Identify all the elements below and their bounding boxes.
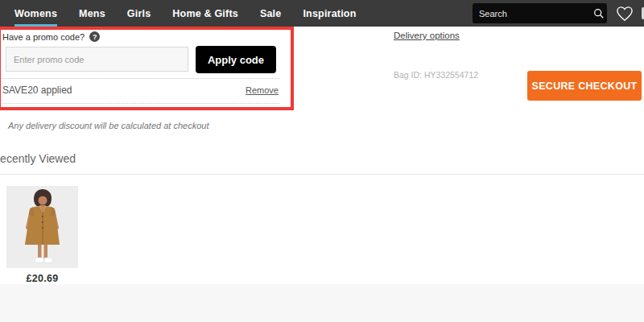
recently-viewed-title: Recently Viewed	[0, 152, 76, 165]
secure-checkout-button[interactable]: SECURE CHECKOUT	[527, 71, 642, 101]
applied-promo-label: SAVE20 applied	[2, 85, 72, 96]
nav-item-inspiration[interactable]: Inspiration	[303, 0, 356, 27]
nav-item-girls[interactable]: Girls	[127, 0, 151, 27]
search-icon[interactable]	[593, 8, 605, 19]
bag-id-label: Bag ID: HY332554712	[394, 70, 478, 80]
product-image-camel-dress[interactable]	[6, 186, 78, 268]
wishlist-heart-icon[interactable]	[616, 6, 634, 22]
search-box[interactable]	[473, 3, 607, 23]
delivery-options-link[interactable]: Delivery options	[394, 31, 460, 40]
section-divider	[0, 174, 644, 175]
dotted-divider	[2, 78, 279, 79]
promo-code-input[interactable]	[6, 47, 188, 72]
nav-item-home-gifts[interactable]: Home & Gifts	[172, 0, 238, 27]
remove-promo-link[interactable]: Remove	[246, 85, 279, 95]
bag-page: Womens Mens Girls Home & Gifts Sale Insp…	[0, 0, 644, 322]
recently-viewed-product[interactable]: £20.69	[6, 186, 78, 284]
product-price: £20.69	[6, 273, 78, 284]
promo-section-title: Have a promo code? ?	[2, 31, 100, 42]
promo-help-icon[interactable]: ?	[89, 31, 100, 42]
nav-item-womens[interactable]: Womens	[14, 0, 57, 27]
nav-menu: Womens Mens Girls Home & Gifts Sale Insp…	[14, 0, 357, 27]
promo-title-label: Have a promo code?	[2, 32, 85, 42]
search-input[interactable]	[479, 9, 593, 19]
nav-item-mens[interactable]: Mens	[79, 0, 105, 27]
applied-promo-row: SAVE20 applied Remove	[2, 85, 279, 96]
footer-band	[0, 284, 644, 322]
nav-item-sale[interactable]: Sale	[260, 0, 282, 27]
apply-code-button[interactable]: Apply code	[196, 46, 276, 73]
top-nav: Womens Mens Girls Home & Gifts Sale Insp…	[0, 0, 644, 27]
dotted-divider	[2, 103, 279, 104]
delivery-discount-note: Any delivery discount will be calculated…	[8, 121, 208, 130]
